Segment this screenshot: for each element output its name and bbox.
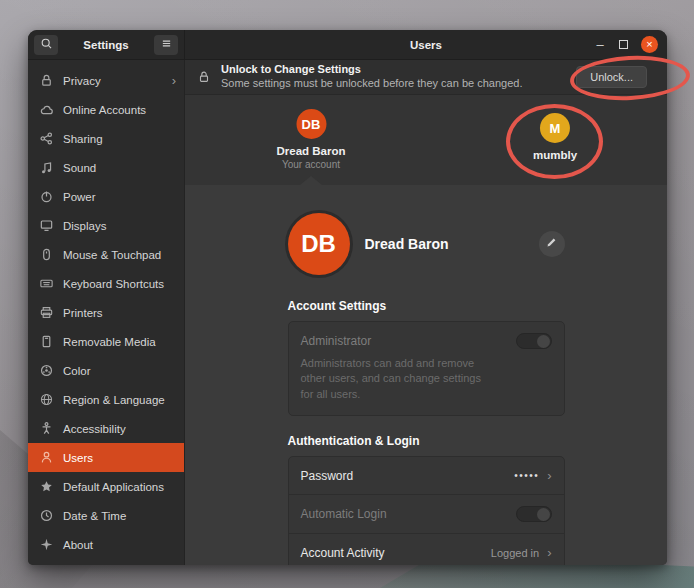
user-name: mumbly [533,149,577,161]
auth-row-label: Account Activity [301,546,385,560]
sidebar-item-privacy[interactable]: Privacy› [28,66,184,95]
sidebar-item-sound[interactable]: Sound [28,153,184,182]
sidebar-item-color[interactable]: Color [28,356,184,385]
edit-name-button[interactable] [539,231,565,257]
star-icon [39,479,54,494]
avatar[interactable]: DB [288,213,350,275]
share-icon [39,131,54,146]
administrator-toggle[interactable] [516,333,552,349]
profile-name: Dread Baron [365,236,449,252]
mouse-icon [39,247,54,262]
lock-icon [197,70,211,84]
sidebar-item-removable-media[interactable]: Removable Media [28,327,184,356]
sidebar-item-accessibility[interactable]: Accessibility [28,414,184,443]
chevron-right-icon: › [172,73,176,88]
sidebar-item-label: Users [63,452,93,464]
color-icon [39,363,54,378]
selected-user-pointer [300,176,322,185]
user-avatar: DB [296,109,326,139]
close-button[interactable]: × [641,36,658,53]
sidebar-item-mouse-touchpad[interactable]: Mouse & Touchpad [28,240,184,269]
privacy-icon [39,73,54,88]
sidebar-item-label: Sharing [63,133,103,145]
sidebar: Privacy›Online AccountsSharingSoundPower… [28,60,185,565]
sidebar-item-label: Sound [63,162,96,174]
auth-row-label: Automatic Login [301,507,387,521]
main-headerbar: Users – × [185,30,667,59]
minimize-button[interactable]: – [594,39,606,51]
user-carousel: DBDread BaronYour accountMmumbly [185,95,667,185]
settings-window: Settings Users – × Privacy›Online Accoun… [28,30,667,565]
chevron-right-icon: › [547,468,551,483]
pencil-icon [545,235,558,253]
sidebar-item-label: Privacy [63,75,101,87]
infobar-subtitle: Some settings must be unlocked before th… [221,77,522,91]
sound-icon [39,160,54,175]
cloud-icon [39,102,54,117]
sidebar-item-label: Mouse & Touchpad [63,249,161,261]
sidebar-item-label: About [63,539,93,551]
sidebar-item-label: Online Accounts [63,104,146,116]
carousel-user-dread-baron[interactable]: DBDread BaronYour account [276,109,345,170]
administrator-label: Administrator [301,334,372,348]
sidebar-item-label: Removable Media [63,336,156,348]
sidebar-item-keyboard-shortcuts[interactable]: Keyboard Shortcuts [28,269,184,298]
clock-icon [39,508,54,523]
maximize-button[interactable] [619,40,628,49]
unlock-button[interactable]: Unlock... [576,66,647,88]
section-title-account-settings: Account Settings [288,299,565,313]
search-icon [40,36,53,54]
hamburger-menu-icon [160,36,173,54]
sidebar-item-sharing[interactable]: Sharing [28,124,184,153]
sidebar-item-printers[interactable]: Printers [28,298,184,327]
users-panel: Unlock to Change Settings Some settings … [185,60,667,565]
infobar-text: Unlock to Change Settings Some settings … [221,63,522,91]
sidebar-item-label: Date & Time [63,510,126,522]
auth-row-value: ••••• [514,470,539,481]
display-icon [39,218,54,233]
sidebar-item-default-applications[interactable]: Default Applications [28,472,184,501]
sidebar-item-label: Default Applications [63,481,164,493]
sidebar-item-power[interactable]: Power [28,182,184,211]
close-icon: × [646,39,652,50]
sidebar-item-label: Power [63,191,96,203]
removable-icon [39,334,54,349]
sidebar-item-users[interactable]: Users [28,443,184,472]
sidebar-item-label: Displays [63,220,106,232]
user-avatar: M [540,113,570,143]
user-name: Dread Baron [276,145,345,157]
keyboard-icon [39,276,54,291]
auth-row-automatic-login[interactable]: Automatic Login [289,494,564,533]
toggle-knob [537,508,550,521]
automatic-login-toggle[interactable] [516,506,552,522]
user-icon [39,450,54,465]
auth-row-value: Logged in [491,547,539,559]
auth-row-account-activity[interactable]: Account ActivityLogged in› [289,533,564,565]
sidebar-item-displays[interactable]: Displays [28,211,184,240]
administrator-description: Administrators can add and remove other … [301,356,552,402]
sidebar-item-label: Region & Language [63,394,165,406]
sidebar-item-date-time[interactable]: Date & Time [28,501,184,530]
titlebar: Settings Users – × [28,30,667,60]
sidebar-item-online-accounts[interactable]: Online Accounts [28,95,184,124]
printer-icon [39,305,54,320]
sidebar-item-about[interactable]: About [28,530,184,559]
authentication-card: Password•••••›Automatic LoginAccount Act… [288,456,565,565]
sidebar-item-label: Keyboard Shortcuts [63,278,164,290]
search-button[interactable] [34,35,58,55]
unlock-infobar: Unlock to Change Settings Some settings … [185,60,667,95]
account-settings-card: Administrator Administrators can add and… [288,321,565,416]
maximize-icon [619,40,628,49]
menu-button[interactable] [154,35,178,55]
section-title-authentication: Authentication & Login [288,434,565,448]
carousel-user-mumbly[interactable]: Mmumbly [533,113,577,161]
globe-icon [39,392,54,407]
about-icon [39,537,54,552]
auth-row-password[interactable]: Password•••••› [289,457,564,494]
sidebar-item-label: Color [63,365,90,377]
sidebar-item-label: Accessibility [63,423,126,435]
power-icon [39,189,54,204]
sidebar-item-region-language[interactable]: Region & Language [28,385,184,414]
toggle-knob [537,335,550,348]
sidebar-item-label: Printers [63,307,103,319]
